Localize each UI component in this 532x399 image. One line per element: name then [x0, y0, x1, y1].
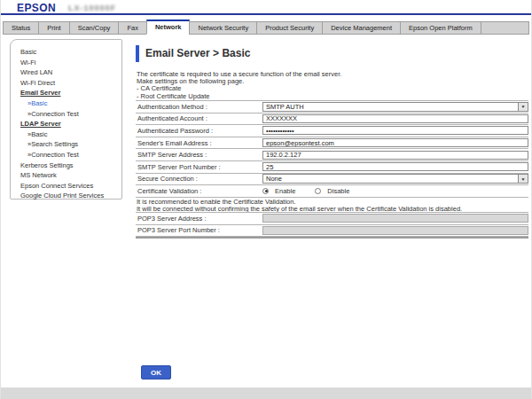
sidebar-item-ldap-search-settings[interactable]: »Search Settings — [11, 139, 121, 150]
network-sidebar: Basic Wi-Fi Wired LAN Wi-Fi Direct Email… — [10, 39, 122, 200]
sidebar-item-wifi[interactable]: Wi-Fi — [11, 58, 121, 68]
certificate-validation-label: Certificate Validation : — [136, 187, 262, 195]
smtp-server-address-input[interactable] — [262, 151, 528, 160]
smtp-server-port-input[interactable] — [262, 162, 528, 171]
page-title: Email Server > Basic — [145, 47, 250, 59]
form-row-certificate-validation: Certificate Validation : Enable Disable — [136, 185, 528, 198]
form-row-authentication-method: Authentication Method : SMTP AUTH ▼ — [136, 101, 528, 113]
intro-line-4: - Root Certificate Update — [137, 93, 341, 100]
authentication-method-value: SMTP AUTH — [263, 103, 304, 111]
sidebar-item-ldap-connection-test[interactable]: »Connection Test — [11, 150, 121, 160]
form-row-smtp-server-port: SMTP Server Port Number : — [136, 161, 528, 174]
sidebar-section-email-server[interactable]: Email Server — [11, 88, 121, 98]
form-row-pop3-server-address: POP3 Server Address : — [136, 213, 528, 225]
sidebar-item-wired-lan[interactable]: Wired LAN — [11, 67, 121, 78]
certificate-validation-note: It is recommended to enable the Certific… — [137, 199, 462, 213]
authenticated-password-label: Authenticated Password : — [136, 127, 262, 135]
chevron-down-icon[interactable]: ▼ — [518, 103, 528, 111]
sidebar-section-ldap-server[interactable]: LDAP Server — [11, 119, 121, 129]
form-row-authenticated-password: Authenticated Password : — [136, 125, 528, 137]
disable-radio-label: Disable — [327, 187, 349, 195]
authentication-method-label: Authentication Method : — [136, 103, 262, 111]
pop3-server-address-input — [262, 214, 528, 223]
sidebar-item-wifi-direct[interactable]: Wi-Fi Direct — [11, 78, 121, 89]
enable-radio-label: Enable — [275, 187, 295, 195]
certificate-validation-radio-group: Enable Disable — [262, 187, 365, 195]
form-row-sender-email: Sender's Email Address : — [136, 137, 528, 150]
sender-email-input[interactable] — [262, 138, 528, 147]
tab-network-security[interactable]: Network Security — [189, 21, 257, 35]
sidebar-item-basic[interactable]: Basic — [11, 47, 121, 58]
epson-logo: EPSON — [17, 2, 56, 14]
email-server-form: Authentication Method : SMTP AUTH ▼ Auth… — [136, 100, 528, 198]
main-tab-bar: Status Print Scan/Copy Fax Network Netwo… — [3, 20, 529, 35]
tab-epson-open-platform[interactable]: Epson Open Platform — [400, 21, 481, 35]
smtp-server-port-label: SMTP Server Port Number : — [136, 163, 262, 171]
sidebar-item-email-server-connection-test[interactable]: »Connection Test — [11, 109, 121, 120]
authentication-method-select[interactable]: SMTP AUTH ▼ — [262, 102, 528, 112]
printer-model-label: LX-10000F — [68, 4, 116, 12]
tab-status[interactable]: Status — [3, 21, 39, 35]
sender-email-label: Sender's Email Address : — [136, 139, 262, 147]
tab-device-management[interactable]: Device Management — [322, 21, 401, 35]
disable-radio[interactable] — [315, 188, 321, 194]
tab-print[interactable]: Print — [38, 21, 69, 35]
secure-connection-label: Secure Connection : — [136, 175, 262, 183]
app-header: EPSON LX-10000F — [1, 0, 531, 15]
form-row-authenticated-account: Authenticated Account : — [136, 113, 528, 126]
sidebar-item-email-server-basic[interactable]: »Basic — [11, 98, 121, 109]
ok-button[interactable]: OK — [141, 365, 171, 379]
tab-fax[interactable]: Fax — [118, 21, 147, 35]
sidebar-item-google-cloud-print-services[interactable]: Google Cloud Print Services — [11, 191, 121, 201]
form-row-secure-connection: Secure Connection : None ▼ — [136, 174, 528, 186]
authenticated-password-input[interactable] — [262, 126, 528, 135]
intro-text: The certificate is required to use a sec… — [137, 71, 341, 100]
authenticated-account-input[interactable] — [262, 114, 528, 123]
authenticated-account-label: Authenticated Account : — [136, 114, 262, 122]
pop3-server-port-input — [262, 226, 528, 235]
footer-band — [1, 387, 531, 399]
pop3-server-address-label: POP3 Server Address : — [136, 215, 262, 223]
tab-product-security[interactable]: Product Security — [256, 21, 323, 35]
tab-network[interactable]: Network — [146, 20, 191, 35]
pop3-form: POP3 Server Address : POP3 Server Port N… — [136, 212, 528, 239]
epson-webconfig-page: EPSON LX-10000F Status Print Scan/Copy F… — [0, 0, 532, 399]
smtp-server-address-label: SMTP Server Address : — [136, 151, 262, 159]
pop3-server-port-label: POP3 Server Port Number : — [136, 226, 262, 234]
form-row-smtp-server-address: SMTP Server Address : — [136, 149, 528, 161]
secure-connection-value: None — [263, 175, 282, 183]
page-title-accent-bar — [136, 45, 139, 62]
sidebar-item-epson-connect-services[interactable]: Epson Connect Services — [11, 181, 121, 192]
form-row-pop3-server-port: POP3 Server Port Number : — [136, 225, 528, 238]
sidebar-item-kerberos-settings[interactable]: Kerberos Settings — [11, 160, 121, 171]
tab-bar-filler — [481, 21, 529, 35]
tab-scan-copy[interactable]: Scan/Copy — [69, 21, 120, 35]
chevron-down-icon[interactable]: ▼ — [518, 175, 528, 183]
secure-connection-select[interactable]: None ▼ — [262, 174, 528, 184]
sidebar-item-ms-network[interactable]: MS Network — [11, 170, 121, 181]
enable-radio[interactable] — [262, 188, 269, 194]
sidebar-item-ldap-basic[interactable]: »Basic — [11, 129, 121, 140]
